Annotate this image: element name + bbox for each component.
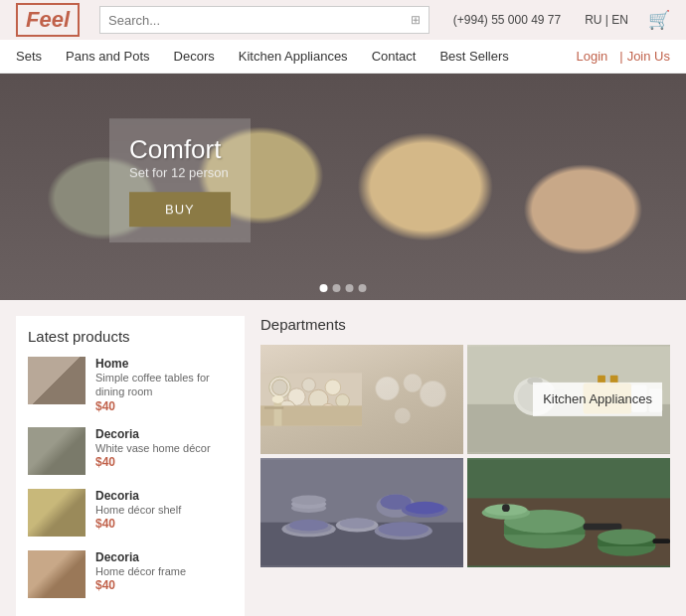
svg-point-35 [379, 522, 429, 537]
hero-dot-4[interactable] [359, 284, 367, 292]
language-switcher[interactable]: RU | EN [585, 13, 628, 27]
dept-cell-decor[interactable] [260, 345, 463, 454]
product-thumbnail [28, 357, 86, 404]
kitchen-appliances-label: Kitchen Appliances [533, 383, 662, 416]
svg-point-7 [336, 394, 350, 408]
svg-rect-12 [274, 399, 282, 426]
hero-dot-2[interactable] [333, 284, 341, 292]
product-info: Decoria Home décor frame $40 [95, 550, 233, 592]
product-name: Decoria [95, 550, 233, 564]
hero-content: Comfort Set for 12 person BUY [109, 118, 251, 242]
departments-section: Departments [245, 316, 670, 616]
header: Feel ⊞ (+994) 55 000 49 77 RU | EN 🛒 [0, 0, 686, 40]
product-item[interactable]: Decoria Home décor frame $40 [28, 550, 233, 598]
hero-dot-1[interactable] [320, 284, 328, 292]
dept-cell-pans[interactable] [467, 458, 670, 567]
latest-products-sidebar: Latest products Home Simple coffee table… [16, 316, 245, 616]
svg-point-31 [289, 520, 328, 532]
hero-dots [320, 284, 367, 292]
product-name: Decoria [95, 489, 233, 503]
svg-point-6 [325, 380, 341, 395]
product-desc: White vase home décor [95, 441, 233, 455]
product-price: $40 [95, 455, 233, 469]
svg-point-4 [302, 379, 316, 392]
nav-item-best-sellers[interactable]: Best Sellers [439, 41, 508, 72]
product-price: $40 [95, 517, 233, 531]
login-link[interactable]: Login [576, 49, 607, 64]
product-thumbnail [28, 489, 86, 537]
main-content: Latest products Home Simple coffee table… [0, 300, 686, 616]
svg-point-38 [291, 496, 326, 506]
svg-rect-52 [653, 539, 670, 543]
product-desc: Simple coffee tables for dining room [95, 371, 233, 399]
svg-point-13 [272, 395, 284, 403]
nav-item-kitchen-appliances[interactable]: Kitchen Appliances [239, 41, 348, 72]
search-icon: ⊞ [411, 13, 421, 27]
product-desc: Home décor shelf [95, 503, 233, 517]
product-item[interactable]: Home Simple coffee tables for dining roo… [28, 357, 233, 413]
decor-svg [260, 345, 362, 454]
product-desc: Home décor frame [95, 564, 233, 578]
svg-rect-48 [584, 524, 622, 531]
product-price: $40 [95, 399, 233, 413]
dept-tableware-image [260, 458, 463, 567]
search-bar[interactable]: ⊞ [99, 6, 429, 34]
hero-title: Comfort [129, 134, 231, 165]
hero-buy-button[interactable]: BUY [129, 192, 231, 227]
nav-divider: | [619, 49, 622, 64]
product-thumbnail [28, 550, 86, 598]
product-info: Decoria Home décor shelf $40 [95, 489, 233, 531]
svg-point-51 [598, 530, 655, 545]
hero-banner: Comfort Set for 12 person BUY [0, 74, 686, 300]
product-price: $40 [95, 578, 233, 592]
product-item[interactable]: Decoria White vase home décor $40 [28, 427, 233, 475]
hero-subtitle: Set for 12 person [129, 165, 231, 180]
dept-cell-kitchen[interactable]: Kitchen Appliances [467, 345, 670, 454]
nav-item-sets[interactable]: Sets [16, 41, 42, 72]
product-item[interactable]: Decoria Home décor shelf $40 [28, 489, 233, 537]
logo[interactable]: Feel [16, 3, 80, 37]
departments-grid: Kitchen Appliances [260, 345, 670, 567]
latest-products-title: Latest products [28, 328, 233, 345]
svg-rect-14 [264, 406, 283, 408]
product-name: Decoria [95, 427, 233, 441]
nav-item-decors[interactable]: Decors [174, 41, 215, 72]
nav-item-pans-and-pots[interactable]: Pans and Pots [66, 41, 150, 72]
product-info: Home Simple coffee tables for dining roo… [95, 357, 233, 413]
departments-title: Departments [260, 316, 670, 333]
search-input[interactable] [108, 13, 411, 28]
tableware-svg [260, 458, 463, 567]
cart-icon[interactable]: 🛒 [648, 9, 670, 31]
product-thumbnail [28, 427, 86, 475]
main-nav: Sets Pans and Pots Decors Kitchen Applia… [0, 40, 686, 74]
dept-cell-tableware[interactable] [260, 458, 463, 567]
product-info: Decoria White vase home décor $40 [95, 427, 233, 469]
join-link[interactable]: Join Us [627, 49, 670, 64]
svg-point-33 [340, 518, 375, 529]
nav-item-contact[interactable]: Contact [372, 41, 417, 72]
dept-pans-image [467, 458, 670, 567]
svg-point-55 [502, 504, 510, 512]
product-name: Home [95, 357, 233, 371]
dept-decor-image [260, 345, 463, 454]
hero-dot-3[interactable] [346, 284, 354, 292]
svg-point-42 [406, 502, 444, 515]
phone-number: (+994) 55 000 49 77 [453, 13, 561, 27]
pans-svg [467, 458, 670, 567]
hero-overlay: Comfort Set for 12 person BUY [0, 74, 686, 300]
svg-point-2 [272, 380, 288, 395]
